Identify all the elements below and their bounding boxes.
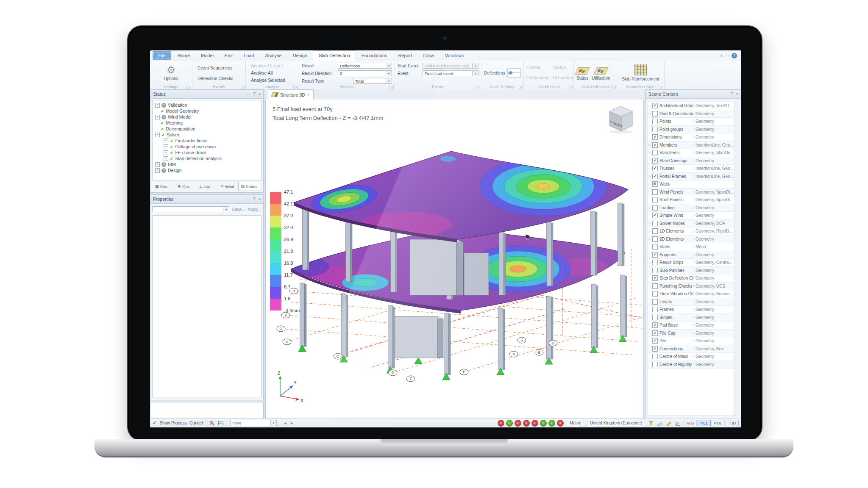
visibility-checkbox[interactable]	[652, 315, 658, 320]
tab-report[interactable]: Report	[392, 50, 417, 61]
status-button[interactable]: Status	[553, 65, 573, 70]
properties-selector[interactable]: ▾	[152, 206, 229, 212]
expand-icon[interactable]: +	[155, 162, 160, 167]
image-frame-icon[interactable]	[218, 420, 224, 426]
scene-row-slab-deflection-chec[interactable]: ✔Slab Deflection Chec...Geometry	[648, 274, 734, 283]
scene-row-solver-nodes[interactable]: ▷Solver NodesGeometry, DOF	[648, 220, 734, 228]
error-indicator[interactable]: ×	[515, 420, 521, 427]
expand-icon[interactable]: +	[164, 150, 168, 155]
scene-row-roof-panels[interactable]: Roof PanelsGeometry, SpanDi...	[648, 196, 734, 204]
scene-row-point-groups[interactable]: Point groupsGeometry	[648, 126, 734, 134]
scene-row-portal-frames[interactable]: ▷✔Portal FramesInsertionLine, Geo...	[648, 173, 734, 181]
dialog-launcher-icon[interactable]: ↘	[611, 85, 616, 89]
visibility-checkbox[interactable]: ✔	[652, 275, 658, 281]
scene-row-centre-of-rigidity[interactable]: Centre of RigidityGeometry	[648, 361, 734, 369]
units-badge[interactable]: Metric	[567, 420, 584, 426]
row-expander-icon[interactable]: ▷	[648, 104, 652, 108]
expand-icon[interactable]: +	[155, 168, 160, 173]
dialog-launcher-icon[interactable]: ↘	[186, 85, 191, 89]
visibility-checkbox[interactable]: ✔	[652, 174, 658, 179]
visibility-checkbox[interactable]: ✔	[652, 213, 658, 218]
scene-row-points[interactable]: PointsGeometry	[648, 118, 734, 126]
maximize-icon[interactable]: □	[248, 92, 250, 96]
apply-button[interactable]: Apply...	[248, 207, 262, 212]
scene-row-connections[interactable]: ✔ConnectionsGeometry, Box	[648, 345, 734, 353]
result-direction-select[interactable]: Z▾	[338, 70, 392, 76]
tree-item-model-geometry[interactable]: ✔Model Geometry	[153, 108, 261, 114]
expand-icon[interactable]: +	[164, 139, 168, 143]
analyse-selected-button[interactable]: Analyse Selected	[248, 77, 296, 83]
visibility-checkbox[interactable]: ✔	[652, 134, 658, 140]
deflection-checks-button[interactable]: Deflection Checks	[195, 75, 243, 81]
annotation-toggle-icon[interactable]	[209, 420, 215, 426]
show-process-button[interactable]: Show Process	[159, 421, 186, 425]
filter-funnel-icon[interactable]	[648, 420, 654, 426]
scene-row-dimensions[interactable]: ✔DimensionsGeometry	[648, 133, 734, 141]
row-expander-icon[interactable]: ▷	[648, 222, 652, 225]
tree-item-meshing[interactable]: ✔Meshing	[153, 120, 261, 126]
visibility-checkbox[interactable]	[652, 181, 658, 187]
visibility-checkbox[interactable]: ✔	[652, 158, 658, 164]
tab-edit[interactable]: Edit	[219, 50, 238, 61]
visibility-checkbox[interactable]	[652, 354, 658, 359]
tree-item-validation[interactable]: +?Validation	[153, 102, 261, 108]
visibility-checkbox[interactable]	[652, 307, 658, 312]
sketch-pencil-icon[interactable]	[666, 420, 672, 426]
scene-row-slabs[interactable]: SlabsMesh	[648, 243, 734, 251]
row-expander-icon[interactable]: ▷	[648, 175, 652, 178]
deflection-scale-toggle[interactable]	[507, 68, 521, 78]
row-expander-icon[interactable]: ▷	[648, 167, 652, 170]
visibility-checkbox[interactable]	[652, 244, 658, 250]
tree-item-wind-model[interactable]: +?Wind Model	[153, 114, 261, 120]
close-icon[interactable]: ×	[259, 92, 261, 96]
tab-model[interactable]: Model	[195, 50, 219, 61]
error-indicator[interactable]: ×	[557, 420, 564, 427]
visibility-checkbox[interactable]	[652, 291, 658, 297]
chevron-down-icon[interactable]: ▾	[473, 70, 479, 76]
analyse-all-button[interactable]: Analyse All	[248, 70, 296, 76]
row-expander-icon[interactable]: ▷	[648, 230, 652, 233]
cancel-button[interactable]: Cancel	[189, 421, 203, 425]
close-tab-icon[interactable]: ×	[307, 92, 310, 97]
toggle-rel[interactable]: REL	[698, 420, 710, 426]
visibility-checkbox[interactable]: ✔	[652, 166, 658, 171]
chevron-down-icon[interactable]: ▾	[386, 70, 392, 76]
visibility-checkbox[interactable]	[652, 299, 658, 305]
tree-item-first-order-linear[interactable]: +✔First-order linear	[153, 138, 261, 144]
dialog-launcher-icon[interactable]: ↘	[476, 85, 480, 89]
tree-item-decomposition[interactable]: ✔Decomposition	[153, 126, 261, 132]
scene-row-walls[interactable]: ▷Walls	[648, 180, 734, 189]
tab-design[interactable]: Design	[287, 50, 313, 61]
pin-icon[interactable]: ⊤	[253, 197, 256, 201]
visibility-checkbox[interactable]	[652, 268, 658, 273]
scene-row-members[interactable]: ▷✔MembersInsertionLine, Geo...	[648, 141, 734, 150]
visibility-checkbox[interactable]	[652, 205, 658, 211]
visibility-checkbox[interactable]: ✔	[652, 338, 658, 344]
tree-item-bim[interactable]: +?BIM	[153, 161, 261, 167]
scene-row-2d-elements[interactable]: ▷2D ElementsGeometry	[648, 236, 734, 244]
options-button[interactable]: ⚙Options	[153, 62, 189, 83]
forward-icon[interactable]: ►	[290, 421, 294, 425]
scene-row-floor-vibration-checks[interactable]: Floor Vibration ChecksGeometry, Beams...	[648, 290, 734, 298]
tab-analyse[interactable]: Analyse	[260, 50, 287, 61]
result-select[interactable]: Deflections▾	[338, 63, 392, 69]
scene-row-wind-panels[interactable]: Wind PanelsGeometry, SpanDi...	[648, 189, 734, 197]
dialog-launcher-icon[interactable]: ↘	[568, 85, 573, 89]
chevron-down-icon[interactable]: ▾	[223, 206, 229, 212]
maximize-icon[interactable]: □	[248, 197, 250, 201]
scene-row-centre-of-mass[interactable]: Centre of MassGeometry	[648, 353, 734, 361]
tab-foundations[interactable]: Foundations	[356, 50, 393, 61]
navigation-cube[interactable]: FRONT	[604, 103, 637, 135]
scene-row-frames[interactable]: FramesGeometry	[648, 306, 734, 314]
visibility-checkbox[interactable]: ✔	[652, 330, 658, 336]
collapse-ribbon-icon[interactable]: ∧	[720, 53, 723, 58]
scene-row-pile-cap[interactable]: ✔Pile CapGeometry	[648, 330, 734, 338]
slab-reinforcement-button[interactable]: Slab Reinforcement	[620, 62, 662, 83]
expand-icon[interactable]: +	[164, 156, 168, 161]
pin-icon[interactable]: ⊤	[730, 92, 734, 96]
save-button[interactable]: Save...	[232, 207, 245, 212]
scene-row-trusses[interactable]: ▷✔TrussesInsertionLine, Geo...	[648, 165, 734, 173]
tab-structure-3d[interactable]: Structure 3D ×	[268, 89, 314, 100]
event-sequences-button[interactable]: Event Sequences	[195, 65, 243, 71]
scene-row-simple-wind[interactable]: ✔Simple WindGeometry	[648, 212, 734, 220]
